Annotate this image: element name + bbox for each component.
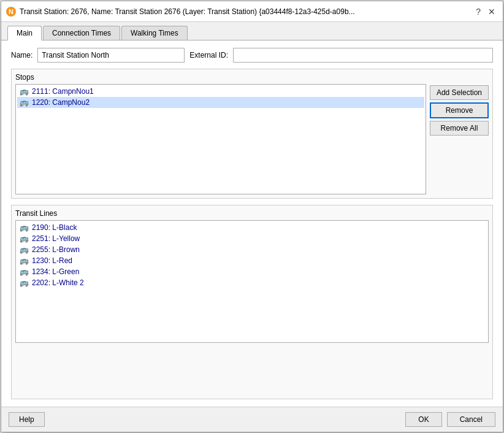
external-id-label: External ID: bbox=[189, 51, 228, 59]
app-icon: N bbox=[6, 7, 16, 17]
transit-line-name: 2251: L-Yellow bbox=[32, 234, 80, 243]
tab-main[interactable]: Main bbox=[7, 26, 42, 40]
transit-lines-label: Transit Lines bbox=[15, 209, 489, 218]
stops-buttons: Add Selection Remove Remove All bbox=[430, 84, 489, 194]
name-row: Name: External ID: bbox=[11, 48, 493, 63]
stop-list-item[interactable]: 🚌2111: CampnNou1 bbox=[17, 86, 424, 97]
add-selection-button[interactable]: Add Selection bbox=[430, 85, 489, 100]
bottom-bar: Help OK Cancel bbox=[1, 407, 503, 432]
remove-button[interactable]: Remove bbox=[430, 102, 489, 118]
stops-label: Stops bbox=[15, 73, 489, 82]
transit-lines-list[interactable]: 🚌2190: L-Black🚌2251: L-Yellow🚌2255: L-Br… bbox=[15, 220, 489, 343]
remove-all-button[interactable]: Remove All bbox=[430, 121, 489, 136]
external-id-input[interactable] bbox=[233, 48, 493, 63]
transit-line-name: 2190: L-Black bbox=[32, 223, 77, 232]
transit-line-item[interactable]: 🚌2202: L-White 2 bbox=[17, 277, 487, 288]
stops-list[interactable]: 🚌2111: CampnNou1🚌1220: CampNou2 bbox=[15, 84, 426, 194]
name-input[interactable] bbox=[37, 48, 185, 63]
transit-line-item[interactable]: 🚌1234: L-Green bbox=[17, 266, 487, 277]
bus-icon: 🚌 bbox=[20, 98, 28, 107]
transit-line-name: 2255: L-Brown bbox=[32, 245, 80, 254]
dialog-window: N Transit Station: 2676, Name: Transit S… bbox=[1, 1, 503, 432]
transit-line-name: 2202: L-White 2 bbox=[32, 278, 84, 287]
name-label: Name: bbox=[11, 51, 32, 59]
stop-name: 1220: CampNou2 bbox=[32, 98, 90, 107]
cancel-button[interactable]: Cancel bbox=[447, 412, 495, 427]
close-title-button[interactable]: ✕ bbox=[486, 7, 498, 16]
dialog-title: Transit Station: 2676, Name: Transit Sta… bbox=[20, 7, 470, 16]
transit-lines-section: Transit Lines 🚌2190: L-Black🚌2251: L-Yel… bbox=[11, 205, 493, 399]
transit-line-name: 1230: L-Red bbox=[32, 256, 72, 265]
help-button[interactable]: Help bbox=[9, 412, 45, 427]
main-content: Name: External ID: Stops 🚌2111: CampnNou… bbox=[1, 40, 503, 407]
bus-icon: 🚌 bbox=[20, 267, 28, 276]
bus-icon: 🚌 bbox=[20, 223, 28, 232]
transit-line-item[interactable]: 🚌1230: L-Red bbox=[17, 255, 487, 266]
bus-icon: 🚌 bbox=[20, 256, 28, 265]
ok-button[interactable]: OK bbox=[405, 412, 441, 427]
stops-section: Stops 🚌2111: CampnNou1🚌1220: CampNou2 Ad… bbox=[11, 69, 493, 199]
transit-line-name: 1234: L-Green bbox=[32, 267, 79, 276]
transit-line-item[interactable]: 🚌2255: L-Brown bbox=[17, 244, 487, 255]
tab-walking-times[interactable]: Walking Times bbox=[121, 26, 188, 40]
bus-icon: 🚌 bbox=[20, 278, 28, 287]
transit-line-item[interactable]: 🚌2190: L-Black bbox=[17, 222, 487, 233]
stop-name: 2111: CampnNou1 bbox=[32, 87, 94, 96]
tab-bar: Main Connection Times Walking Times bbox=[1, 22, 503, 40]
stop-list-item[interactable]: 🚌1220: CampNou2 bbox=[17, 97, 424, 108]
bus-icon: 🚌 bbox=[20, 245, 28, 254]
help-title-button[interactable]: ? bbox=[473, 7, 483, 16]
tab-connection-times[interactable]: Connection Times bbox=[43, 26, 120, 40]
bus-icon: 🚌 bbox=[20, 87, 28, 96]
bus-icon: 🚌 bbox=[20, 234, 28, 243]
transit-line-item[interactable]: 🚌2251: L-Yellow bbox=[17, 233, 487, 244]
title-bar: N Transit Station: 2676, Name: Transit S… bbox=[1, 1, 503, 22]
title-controls: ? ✕ bbox=[473, 7, 498, 16]
